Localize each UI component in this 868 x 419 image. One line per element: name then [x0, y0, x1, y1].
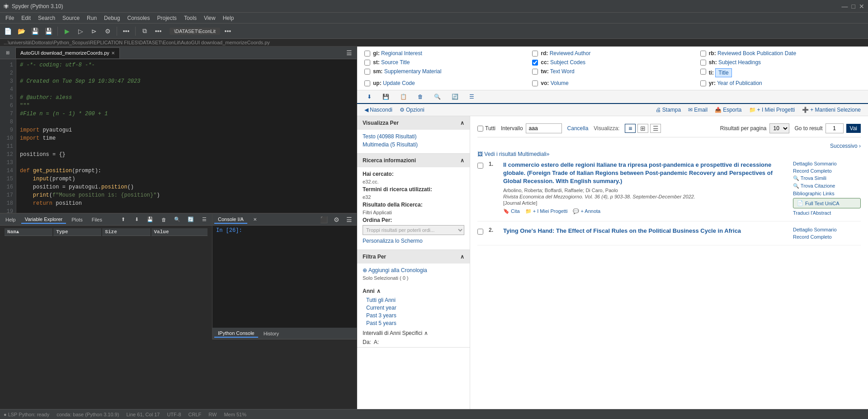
console-restart-btn[interactable]: ⚙	[330, 214, 342, 226]
link-yr[interactable]: Year of Publication	[717, 80, 762, 86]
toolbar-extra[interactable]: •••	[222, 25, 234, 37]
multimedia-link-filter[interactable]: Multimedia (5 Risultati)	[363, 141, 464, 148]
plots-tab[interactable]: Plots	[68, 216, 86, 223]
variable-explorer-tab[interactable]: Variable Explorer	[21, 216, 66, 224]
vai-btn[interactable]: Vai	[846, 124, 861, 133]
col-value[interactable]: Value	[151, 228, 208, 236]
run-cell-btn[interactable]: ▷	[75, 25, 86, 37]
tutti-checkbox-input[interactable]	[477, 126, 483, 132]
menu-db-btn[interactable]: ☰	[467, 92, 477, 101]
result-1-traduci[interactable]: Traduci l'Abstract	[793, 210, 861, 216]
var-delete-btn[interactable]: 🗑	[158, 214, 170, 226]
nascondi-btn[interactable]: ◀ Nascondi	[364, 107, 392, 113]
checkbox-sm-input[interactable]	[364, 69, 370, 75]
tutti-anni-link[interactable]: Tutti gli Anni	[366, 297, 464, 303]
run-selection-btn[interactable]: ⊳	[88, 25, 100, 37]
console-tab[interactable]: Console I/A	[214, 216, 247, 224]
var-export-btn[interactable]: ⬇	[131, 214, 142, 226]
testo-link[interactable]: Testo (40988 Risultati)	[363, 133, 464, 140]
copy-db-btn[interactable]: 📋	[397, 92, 410, 101]
ipython-tab[interactable]: IPython Console	[214, 330, 258, 338]
view-grid-btn[interactable]: ⊞	[637, 124, 648, 133]
refresh-db-btn[interactable]: 🔄	[449, 92, 461, 101]
var-import-btn[interactable]: ⬆	[117, 214, 129, 226]
link-vo[interactable]: Volume	[551, 80, 569, 86]
result-1-record[interactable]: Record Completo	[793, 168, 861, 174]
checkbox-sh-input[interactable]	[700, 60, 706, 66]
editor-tab-close[interactable]: ✕	[111, 51, 115, 56]
menu-debug[interactable]: Debug	[100, 14, 123, 22]
panel-btn[interactable]: ⧉	[139, 25, 151, 37]
per-pagina-select[interactable]: 10	[769, 123, 789, 133]
save-btn[interactable]: 💾	[29, 25, 41, 37]
link-tw[interactable]: Text Word	[550, 68, 575, 75]
editor-nav-left[interactable]: ⊞	[2, 47, 14, 59]
result-1-annota[interactable]: 💬 + Annota	[573, 208, 600, 214]
checkbox-ti-input[interactable]	[700, 69, 706, 75]
result-2-record[interactable]: Record Completo	[793, 234, 861, 240]
save-all-btn[interactable]: 💾	[42, 25, 54, 37]
successivo-btn[interactable]: Successivo ›	[830, 143, 861, 149]
code-text[interactable]: # -*- coding: utf-8 -*- # Created on Tue…	[16, 59, 357, 213]
new-file-btn[interactable]: 📄	[2, 25, 14, 37]
more-btn[interactable]: •••	[120, 25, 132, 37]
menu-source[interactable]: Source	[59, 14, 83, 22]
link-st[interactable]: Source Title	[381, 59, 410, 66]
help-tab[interactable]: Help	[2, 216, 19, 223]
result-1-title[interactable]: Il commercio estero delle regioni Italia…	[503, 161, 788, 186]
menu-run[interactable]: Run	[83, 14, 100, 22]
result-2-dettaglio[interactable]: Dettaglio Sommario	[793, 227, 861, 232]
ordina-select[interactable]: Troppi risultati per poterli ordi...	[363, 225, 464, 235]
col-name[interactable]: Nam▲	[5, 228, 52, 236]
checkbox-rb-input[interactable]	[700, 51, 706, 56]
menu-help[interactable]: Help	[219, 14, 238, 22]
more2-btn[interactable]: •••	[152, 25, 164, 37]
link-sh[interactable]: Subject Headings	[718, 59, 761, 66]
checkbox-st-input[interactable]	[364, 60, 370, 66]
menu-edit[interactable]: Edit	[18, 14, 34, 22]
link-rb[interactable]: Reviewed Book Publication Date	[717, 50, 796, 56]
editor-options-btn[interactable]: ☰	[343, 47, 355, 59]
console-menu-btn[interactable]: ☰	[343, 214, 355, 226]
stampa-btn[interactable]: 🖨 Stampa	[656, 107, 681, 113]
checkbox-rd-input[interactable]	[532, 51, 538, 56]
result-1-simili[interactable]: 🔍 Trova Simili	[793, 175, 861, 181]
link-sm[interactable]: Supplementary Material	[384, 68, 442, 75]
var-search-btn[interactable]: 🔍	[171, 214, 183, 226]
miei-progetti-btn[interactable]: 📁 + I Miei Progetti	[749, 107, 795, 113]
filtra-per-header[interactable]: Filtra Per ∧	[357, 250, 470, 264]
result-1-dettaglio[interactable]: Dettaglio Sommario	[793, 161, 861, 166]
menu-tools[interactable]: Tools	[180, 14, 200, 22]
editor-tab-main[interactable]: AutoGUI download_memorizeCoords.py ✕	[15, 47, 120, 58]
checkbox-vo-input[interactable]	[532, 80, 538, 86]
menu-consoles[interactable]: Consoles	[123, 14, 153, 22]
opzioni-btn[interactable]: ⚙ Opzioni	[400, 107, 425, 113]
console-interrupt-btn[interactable]: ⬛	[318, 214, 330, 226]
history-tab[interactable]: History	[260, 330, 283, 337]
var-save-btn[interactable]: 💾	[144, 214, 156, 226]
checkbox-cc-input[interactable]	[532, 60, 538, 66]
delete-db-btn[interactable]: 🗑	[415, 92, 426, 101]
download-btn[interactable]: ⬇	[364, 92, 374, 101]
past-5-years-link[interactable]: Past 5 years	[366, 320, 464, 326]
code-editor[interactable]: 12345 678910 1112131415 1617181920 21222…	[0, 59, 357, 213]
past-3-years-link[interactable]: Past 3 years	[366, 312, 464, 319]
anni-header[interactable]: Anni ∧	[363, 288, 464, 294]
result-1-cita[interactable]: 🔖 Cita	[503, 208, 520, 214]
menu-search[interactable]: Search	[34, 14, 59, 22]
result-1-checkbox[interactable]	[477, 163, 483, 169]
cancella-btn[interactable]: Cancella	[567, 125, 589, 132]
aggiungi-cronologia-link[interactable]: ⊕ Aggiungi alla Cronologia	[363, 267, 464, 273]
email-btn[interactable]: ✉ Email	[688, 107, 708, 113]
col-size[interactable]: Size	[102, 228, 150, 236]
view-list-btn[interactable]: ≡	[625, 124, 636, 133]
link-up[interactable]: Update Code	[383, 80, 415, 86]
link-rd[interactable]: Reviewed Author	[550, 50, 591, 56]
menu-projects[interactable]: Projects	[154, 14, 180, 22]
personalizza-link[interactable]: Personalizza lo Schermo	[363, 238, 464, 244]
link-gi[interactable]: Regional Interest	[381, 50, 422, 56]
multimedia-results-link[interactable]: 🖼 Vedi i risultati Multimediali»	[477, 151, 861, 157]
result-1-fulltext[interactable]: 📄 Full Text UniCA	[793, 198, 861, 208]
console-close-btn[interactable]: ✕	[249, 214, 261, 226]
minimize-btn[interactable]: —	[842, 3, 848, 10]
